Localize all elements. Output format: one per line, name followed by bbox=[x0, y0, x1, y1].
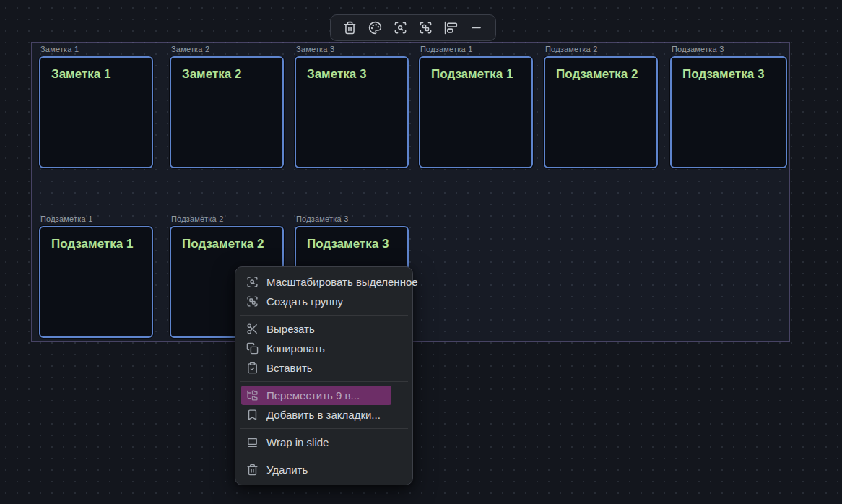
canvas-card[interactable]: Подзаметка 2 bbox=[544, 56, 658, 168]
menu-item-label: Wrap in slide bbox=[266, 436, 329, 448]
card-label: Заметка 3 bbox=[296, 45, 334, 53]
zoom-to-selection-icon bbox=[246, 276, 259, 288]
card-title: Заметка 3 bbox=[307, 67, 396, 82]
card-label: Подзаметка 2 bbox=[545, 45, 597, 53]
menu-item-delete[interactable]: Удалить bbox=[241, 460, 407, 479]
card-title: Заметка 2 bbox=[182, 67, 272, 82]
card-title: Подзаметка 1 bbox=[431, 67, 521, 82]
menu-item-zoom-to-selection[interactable]: Масштабировать выделенное bbox=[241, 272, 407, 292]
menu-item-label: Переместить 9 в... bbox=[266, 389, 360, 401]
trash-icon bbox=[246, 464, 259, 476]
menu-item-paste[interactable]: Вставить bbox=[241, 358, 407, 378]
card-label: Подзаметка 1 bbox=[420, 45, 472, 53]
canvas-card[interactable]: Заметка 1 bbox=[39, 56, 153, 168]
clipboard-check-icon bbox=[246, 362, 259, 374]
card-label: Подзаметка 2 bbox=[171, 214, 223, 223]
menu-divider bbox=[240, 381, 408, 382]
card-title: Подзаметка 3 bbox=[307, 237, 396, 251]
context-menu: Масштабировать выделенное Создать группу… bbox=[235, 266, 413, 485]
card-title: Подзаметка 2 bbox=[556, 67, 646, 82]
card-title: Заметка 1 bbox=[51, 67, 141, 82]
card-label: Заметка 1 bbox=[40, 45, 79, 53]
menu-item-label: Копировать bbox=[266, 342, 325, 355]
menu-item-add-to-bookmarks[interactable]: Добавить в закладки... bbox=[241, 405, 407, 425]
bookmark-icon bbox=[246, 409, 259, 421]
menu-divider bbox=[240, 428, 408, 429]
menu-item-label: Добавить в закладки... bbox=[266, 409, 381, 421]
align-objects-icon[interactable] bbox=[443, 19, 460, 37]
menu-item-label: Удалить bbox=[266, 464, 308, 476]
menu-item-label: Масштабировать выделенное bbox=[266, 276, 418, 288]
canvas-card[interactable]: Подзаметка 1 bbox=[39, 226, 153, 338]
copy-icon bbox=[246, 342, 259, 355]
canvas-card[interactable]: Подзаметка 1 bbox=[419, 56, 533, 168]
menu-item-move-to[interactable]: Переместить 9 в... bbox=[241, 386, 391, 405]
zoom-to-selection-icon[interactable] bbox=[391, 19, 409, 37]
card-title: Подзаметка 2 bbox=[182, 237, 272, 251]
menu-item-create-group[interactable]: Создать группу bbox=[241, 292, 407, 311]
menu-divider bbox=[240, 456, 408, 456]
menu-item-label: Вставить bbox=[266, 362, 313, 374]
menu-item-label: Вырезать bbox=[266, 323, 315, 335]
menu-divider bbox=[240, 315, 408, 316]
card-label: Подзаметка 3 bbox=[672, 45, 724, 53]
menu-item-copy[interactable]: Копировать bbox=[241, 339, 407, 358]
canvas-card[interactable]: Заметка 3 bbox=[295, 56, 409, 168]
create-group-icon[interactable] bbox=[417, 19, 435, 37]
selection-toolbar bbox=[330, 14, 496, 41]
card-label: Заметка 2 bbox=[171, 45, 209, 53]
trash-icon[interactable] bbox=[341, 19, 358, 37]
canvas-card[interactable]: Заметка 2 bbox=[170, 56, 284, 168]
card-label: Подзаметка 3 bbox=[296, 214, 348, 223]
scissors-icon bbox=[246, 323, 259, 335]
menu-item-label: Создать группу bbox=[266, 295, 343, 308]
card-title: Подзаметка 3 bbox=[682, 67, 775, 82]
slide-icon bbox=[246, 436, 259, 448]
menu-item-wrap-in-slide[interactable]: Wrap in slide bbox=[241, 433, 407, 452]
canvas[interactable]: { "app": { "view": "canvas" }, "colors":… bbox=[0, 0, 842, 504]
card-label: Подзаметка 1 bbox=[40, 214, 92, 223]
canvas-card[interactable]: Подзаметка 3 bbox=[670, 56, 787, 168]
card-title: Подзаметка 1 bbox=[51, 237, 141, 251]
create-group-icon bbox=[246, 295, 259, 308]
folder-tree-icon bbox=[246, 389, 259, 401]
line-icon[interactable] bbox=[468, 19, 485, 37]
menu-item-cut[interactable]: Вырезать bbox=[241, 319, 407, 339]
palette-icon[interactable] bbox=[366, 19, 383, 37]
